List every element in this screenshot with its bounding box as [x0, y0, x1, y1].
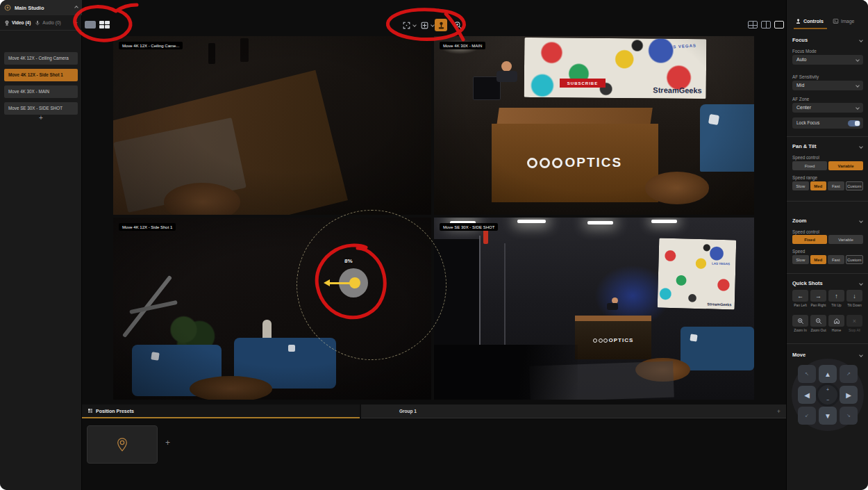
quick-shots-collapse-chevron-icon[interactable] [859, 281, 863, 286]
joystick-mode-button[interactable] [435, 19, 447, 31]
quick-shots-section-title: Quick Shots [792, 280, 823, 286]
select-chevron-icon [856, 58, 860, 62]
layout-single-icon [774, 21, 784, 28]
tab-audio[interactable]: Audio (0) [35, 20, 60, 26]
focus-mode-select[interactable]: Auto [792, 55, 863, 65]
controls-tab-underline [794, 28, 827, 29]
move-up-button[interactable]: ▲ [819, 365, 837, 383]
controls-joystick-icon [795, 18, 801, 24]
zoom-fast-button[interactable]: Fast [828, 255, 844, 264]
video-grid: Move 4K 12X - Ceiling Came... StreamGeek… [113, 36, 754, 400]
lock-focus-toggle[interactable] [848, 120, 860, 126]
preset-thumbnail[interactable] [87, 425, 158, 464]
move-collapse-chevron-icon[interactable] [859, 353, 863, 357]
zoom-in-button[interactable] [792, 315, 808, 327]
zoom-variable-button[interactable]: Variable [828, 235, 863, 244]
move-left-button[interactable]: ◀ [798, 386, 816, 404]
add-preset-button[interactable]: + [165, 438, 170, 448]
move-right-button[interactable]: ▶ [840, 386, 858, 404]
af-zone-select[interactable]: Center [792, 103, 863, 113]
select-chevron-icon [856, 83, 860, 88]
joystick-vector-line [329, 282, 350, 284]
pan-tilt-section-title: Pan & Tilt [792, 143, 816, 149]
tab-video[interactable]: Video (4) [4, 20, 31, 26]
af-sensitivity-select[interactable]: Mid [792, 81, 863, 90]
lock-focus-row: Lock Focus [792, 117, 863, 129]
pan-left-button[interactable]: ← [792, 290, 808, 302]
layout-split-button[interactable] [761, 21, 771, 28]
scene-vignette [434, 36, 754, 215]
fit-screen-icon [402, 21, 411, 30]
joystick-icon [437, 21, 446, 30]
zoom-med-button[interactable]: Med [810, 255, 827, 264]
pan-right-button[interactable]: → [810, 290, 826, 302]
tilt-down-button[interactable]: ↓ [846, 290, 862, 302]
feed-ceiling-camera[interactable]: Move 4K 12X - Ceiling Came... [113, 36, 431, 215]
pt-custom-button[interactable]: Custom [846, 181, 864, 190]
fit-screen-chevron-icon[interactable] [412, 23, 417, 27]
pan-tilt-collapse-chevron-icon[interactable] [859, 145, 863, 149]
focus-collapse-chevron-icon[interactable] [859, 38, 863, 42]
view-grid-button[interactable] [99, 21, 110, 28]
joystick-knob[interactable] [349, 277, 360, 288]
layout-quad-button[interactable] [748, 21, 758, 28]
preset-group-bar: Group 1 + [361, 405, 786, 418]
zoom-out-button[interactable] [810, 315, 826, 327]
add-camera-button[interactable]: + [0, 114, 82, 122]
dpad-center-control[interactable]: + − [816, 383, 840, 407]
move-up-right-button[interactable]: ↗ [840, 365, 858, 383]
tab-image[interactable]: Image [833, 18, 854, 24]
move-section-title: Move [792, 352, 806, 358]
pt-fast-button[interactable]: Fast [828, 181, 844, 190]
pt-slow-button[interactable]: Slow [792, 181, 809, 190]
layout-single-button[interactable] [774, 21, 784, 28]
view-single-button[interactable] [85, 21, 96, 28]
feed-main-camera[interactable]: StreamGeeks LAS VEGAS SUBSCRIBE OPTICS M… [434, 36, 754, 215]
triangle-down-icon: ▼ [824, 412, 831, 420]
pt-speed-control-group: Fixed Variable [792, 161, 863, 170]
stop-all-button[interactable]: × [846, 315, 862, 327]
zoom-out-minus[interactable]: − [826, 398, 829, 402]
single-view-icon [85, 21, 96, 28]
pt-variable-button[interactable]: Variable [828, 161, 863, 170]
zoom-tool-button[interactable] [451, 19, 464, 31]
zoom-in-plus[interactable]: + [826, 387, 829, 392]
fit-screen-button[interactable] [400, 19, 412, 31]
move-up-left-button[interactable]: ↖ [798, 365, 816, 383]
collapse-chevron-icon[interactable] [74, 6, 78, 10]
position-presets-tab[interactable]: Position Presets [82, 405, 360, 418]
move-down-left-button[interactable]: ↙ [798, 407, 816, 425]
scene-desk-top [575, 316, 652, 321]
tilt-up-button[interactable]: ↑ [828, 290, 844, 302]
add-source-button[interactable]: + [74, 19, 78, 26]
scene-vignette [113, 36, 431, 215]
camera-item-side-shot[interactable]: Move SE 30X - SIDE SHOT [4, 102, 78, 115]
pt-med-button[interactable]: Med [810, 181, 827, 190]
optics-ring-icon [603, 338, 608, 343]
move-down-right-button[interactable]: ↘ [840, 407, 858, 425]
camera-item-ceiling[interactable]: Move 4K 12X - Ceiling Camera [4, 52, 78, 65]
zoom-speed-control-label: Speed control [792, 229, 819, 234]
zoom-collapse-chevron-icon[interactable] [859, 219, 863, 223]
move-down-button[interactable]: ▼ [819, 407, 837, 425]
add-group-button[interactable]: + [777, 408, 781, 415]
video-camera-icon [4, 20, 10, 26]
af-zone-label: AF Zone [792, 97, 809, 101]
toggle-knob [855, 121, 860, 126]
feed-side-shot-wide[interactable]: StreamGeeks LAS VEGAS OPTICS Move SE 30X… [434, 218, 754, 400]
zoom-custom-button[interactable]: Custom [846, 255, 864, 264]
tab-controls[interactable]: Controls [795, 18, 824, 24]
scene-dark-floor [434, 345, 578, 400]
close-icon: × [853, 318, 856, 325]
triangle-right-icon: ▶ [846, 391, 851, 399]
pt-fixed-button[interactable]: Fixed [792, 161, 827, 170]
tracking-chevron-icon[interactable] [431, 23, 435, 27]
camera-item-side-shot-1[interactable]: Move 4K 12X - Side Shot 1 [4, 69, 78, 81]
home-button[interactable] [828, 315, 844, 327]
studio-header[interactable]: Main Studio [0, 0, 82, 15]
zoom-slow-button[interactable]: Slow [792, 255, 809, 264]
zoom-fixed-button[interactable]: Fixed [792, 235, 827, 244]
joystick-range-ring [297, 210, 446, 360]
camera-item-main[interactable]: Move 4K 30X - MAIN [4, 85, 78, 98]
tracking-button[interactable] [418, 19, 431, 31]
